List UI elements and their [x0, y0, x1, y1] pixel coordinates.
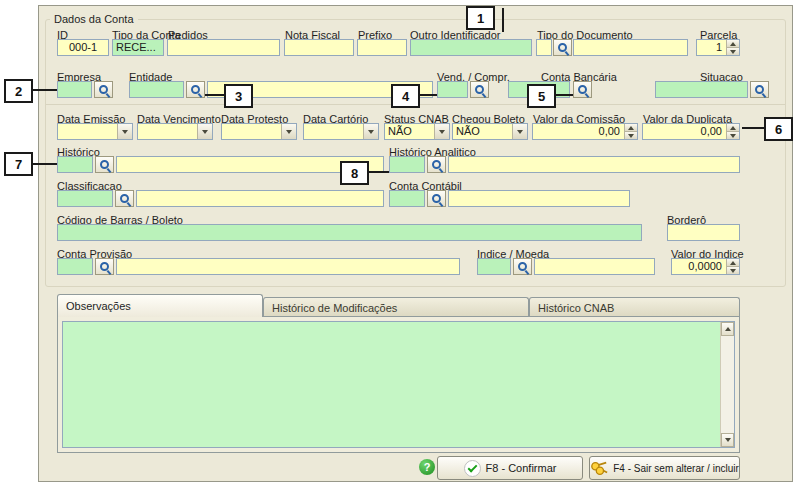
pedidos-field[interactable] [167, 39, 280, 56]
scroll-up-button[interactable] [721, 322, 734, 336]
search-icon [191, 85, 200, 94]
search-icon [558, 43, 567, 52]
valor-da-duplicata-spinner[interactable] [726, 124, 739, 139]
situacao-lookup-button[interactable] [750, 81, 769, 98]
search-icon [432, 160, 441, 169]
chevron-down-icon[interactable] [281, 124, 296, 139]
historico-analitico-field[interactable] [389, 156, 425, 173]
historico-lookup-button[interactable] [95, 156, 114, 173]
tab-historico-de-modificacoes[interactable]: Histórico de Modificações [263, 297, 529, 317]
valor-da-comissao-field[interactable]: 0,00 [532, 123, 638, 140]
spin-down-icon[interactable] [726, 267, 739, 274]
valor-da-duplicata-field[interactable]: 0,00 [642, 123, 740, 140]
callout-3-leader [205, 94, 224, 96]
chevron-down-icon[interactable] [363, 124, 378, 139]
status-cnab-combo[interactable]: NÃO [384, 123, 450, 140]
spin-down-icon[interactable] [726, 48, 739, 55]
check-icon [464, 460, 481, 477]
parcela-spinner[interactable] [726, 40, 739, 55]
question-icon: ? [424, 461, 431, 473]
search-icon [432, 194, 441, 203]
conta-provisao-lookup-button[interactable] [95, 258, 114, 275]
help-button[interactable]: ? [419, 459, 435, 475]
empresa-lookup-button[interactable] [94, 81, 113, 98]
codigo-barras-boleto-field[interactable] [57, 224, 642, 241]
callout-4: 4 [391, 84, 420, 108]
callout-2-leader [33, 89, 57, 91]
indice-moeda-desc-field[interactable] [534, 258, 655, 275]
callout-5: 5 [527, 84, 556, 108]
conta-contabil-desc-field[interactable] [448, 190, 630, 207]
chevron-down-icon[interactable] [117, 124, 132, 139]
chevron-down-icon [725, 438, 731, 442]
tipo-do-documento-lookup-button[interactable] [553, 39, 572, 56]
parcela-field[interactable]: 1 [696, 39, 740, 56]
data-cartorio-combo[interactable] [303, 123, 379, 140]
chegou-boleto-combo[interactable]: NÃO [452, 123, 528, 140]
spin-up-icon[interactable] [726, 40, 739, 48]
data-emissao-combo[interactable] [57, 123, 133, 140]
vend-compr-lookup-button[interactable] [470, 81, 489, 98]
tab-historico-cnab[interactable]: Histórico CNAB [529, 297, 740, 317]
data-vencimento-combo[interactable] [137, 123, 213, 140]
bordero-field[interactable] [667, 224, 740, 241]
conta-provisao-field[interactable] [57, 258, 93, 275]
search-icon [475, 85, 484, 94]
search-icon [120, 194, 129, 203]
observacoes-textarea[interactable] [62, 321, 735, 448]
situacao-field[interactable] [655, 81, 748, 98]
spin-up-icon[interactable] [726, 259, 739, 267]
valor-da-comissao-spinner[interactable] [624, 124, 637, 139]
historico-analitico-desc-field[interactable] [448, 156, 740, 173]
data-protesto-combo[interactable] [221, 123, 297, 140]
valor-do-indice-value: 0,0000 [688, 260, 722, 272]
scroll-down-button[interactable] [721, 433, 734, 447]
spin-up-icon[interactable] [624, 124, 637, 132]
conta-contabil-field[interactable] [389, 190, 425, 207]
nota-fiscal-field[interactable] [284, 39, 354, 56]
keys-icon [590, 460, 608, 476]
spin-down-icon[interactable] [624, 132, 637, 139]
callout-3: 3 [224, 84, 253, 108]
historico-analitico-lookup-button[interactable] [427, 156, 446, 173]
scrollbar[interactable] [720, 322, 734, 447]
callout-2: 2 [4, 79, 33, 103]
chevron-down-icon[interactable] [434, 124, 449, 139]
conta-bancaria-lookup-button[interactable] [573, 81, 592, 98]
valor-do-indice-spinner[interactable] [726, 259, 739, 274]
classificacao-desc-field[interactable] [136, 190, 384, 207]
vend-compr-field[interactable] [437, 81, 468, 98]
chevron-down-icon[interactable] [512, 124, 527, 139]
conta-provisao-desc-field[interactable] [116, 258, 460, 275]
search-icon [100, 160, 109, 169]
exit-button[interactable]: F4 - Sair sem alterar / incluir [589, 456, 740, 480]
callout-7: 7 [4, 152, 33, 176]
entidade-field[interactable] [129, 81, 184, 98]
prefixo-field[interactable] [357, 39, 407, 56]
screen: Dados da Conta ID 000-1 Tipo da Conta RE… [0, 0, 800, 489]
valor-do-indice-field[interactable]: 0,0000 [671, 258, 740, 275]
spin-down-icon[interactable] [726, 132, 739, 139]
chevron-down-icon[interactable] [197, 124, 212, 139]
classificacao-field[interactable] [57, 190, 113, 207]
callout-7-leader [33, 163, 57, 165]
search-icon [578, 85, 587, 94]
spin-up-icon[interactable] [726, 124, 739, 132]
confirm-button[interactable]: F8 - Confirmar [437, 456, 583, 480]
classificacao-lookup-button[interactable] [115, 190, 134, 207]
id-field[interactable]: 000-1 [57, 39, 109, 56]
empresa-field[interactable] [57, 81, 92, 98]
outro-identificador-field[interactable] [410, 39, 532, 56]
indice-moeda-lookup-button[interactable] [513, 258, 532, 275]
tipo-do-documento-desc-field[interactable] [573, 39, 688, 56]
search-icon [100, 262, 109, 271]
tipo-do-documento-code-field[interactable] [536, 39, 552, 56]
callout-1-leader [502, 8, 504, 32]
conta-contabil-lookup-button[interactable] [427, 190, 446, 207]
tab-observacoes[interactable]: Observações [57, 294, 263, 317]
historico-field[interactable] [57, 156, 93, 173]
callout-1: 1 [466, 6, 495, 30]
tipo-da-conta-field[interactable]: RECE... [112, 39, 164, 56]
indice-moeda-field[interactable] [477, 258, 511, 275]
entidade-lookup-button[interactable] [186, 81, 205, 98]
